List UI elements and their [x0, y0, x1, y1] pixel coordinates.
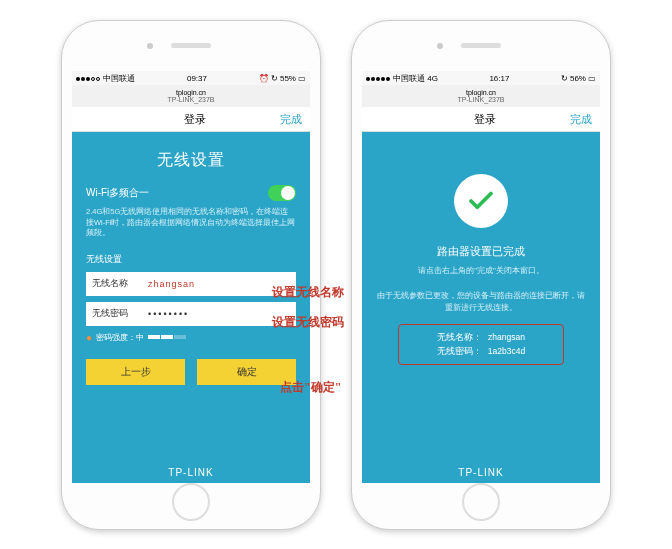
url-ssid: TP-LINK_237B [457, 96, 504, 103]
home-button[interactable] [172, 483, 210, 521]
password-label: 无线密码 [86, 307, 144, 320]
url-host: tplogin.cn [466, 89, 496, 96]
ssid-field[interactable]: 无线名称 zhangsan [86, 272, 296, 296]
info-password-label: 无线密码： [437, 345, 482, 359]
battery-icon: ▭ [588, 74, 596, 83]
orientation-lock-icon: ↻ [271, 74, 278, 83]
url-ssid: TP-LINK_237B [167, 96, 214, 103]
browser-url-bar[interactable]: tplogin.cn TP-LINK_237B [362, 85, 600, 107]
page-nav-bar: 登录 完成 [72, 107, 310, 132]
toggle-label: Wi-Fi多频合一 [86, 186, 149, 200]
brand-logo: TP-LINK [362, 467, 600, 478]
success-subtitle: 请点击右上角的"完成"关闭本窗口。 [376, 265, 586, 276]
signal-dots-icon [366, 74, 391, 83]
browser-url-bar[interactable]: tplogin.cn TP-LINK_237B [72, 85, 310, 107]
success-title: 路由器设置已完成 [376, 244, 586, 259]
annotation-password: 设置无线密码 [272, 314, 344, 331]
phone-speaker [171, 43, 211, 48]
content-area: 路由器设置已完成 请点击右上角的"完成"关闭本窗口。 由于无线参数已更改，您的设… [362, 132, 600, 483]
multiband-toggle-row: Wi-Fi多频合一 [86, 185, 296, 201]
page-nav-bar: 登录 完成 [362, 107, 600, 132]
page-nav-title: 登录 [110, 112, 280, 127]
password-field[interactable]: 无线密码 •••••••• [86, 302, 296, 326]
battery-icon: ▭ [298, 74, 306, 83]
brand-logo: TP-LINK [72, 467, 310, 478]
page-title: 无线设置 [86, 150, 296, 171]
battery-label: 55% [280, 74, 296, 83]
orientation-lock-icon: ↻ [561, 74, 568, 83]
info-ssid-label: 无线名称： [437, 331, 482, 345]
content-area: 无线设置 Wi-Fi多频合一 2.4G和5G无线网络使用相同的无线名称和密码，在… [72, 132, 310, 483]
screen-right: 中国联通 4G 16:17 ↻ 56% ▭ tplogin.cn TP-LINK… [362, 71, 600, 483]
button-row: 上一步 确定 [86, 359, 296, 385]
phone-left: 中国联通 09:37 ⏰ ↻ 55% ▭ tplogin.cn TP-LINK_… [61, 20, 321, 530]
carrier-label: 中国联通 [103, 73, 135, 84]
credentials-box: 无线名称： zhangsan 无线密码： 1a2b3c4d [398, 324, 564, 365]
screen-left: 中国联通 09:37 ⏰ ↻ 55% ▭ tplogin.cn TP-LINK_… [72, 71, 310, 483]
warning-icon: ● [86, 332, 92, 343]
status-bar: 中国联通 4G 16:17 ↻ 56% ▭ [362, 71, 600, 85]
phone-speaker [461, 43, 501, 48]
annotation-ok: 点击"确定" [280, 379, 341, 396]
status-bar: 中国联通 09:37 ⏰ ↻ 55% ▭ [72, 71, 310, 85]
home-button[interactable] [462, 483, 500, 521]
strength-label: 密码强度：中 [96, 332, 144, 343]
multiband-toggle[interactable] [268, 185, 296, 201]
url-host: tplogin.cn [176, 89, 206, 96]
annotation-ssid: 设置无线名称 [272, 284, 344, 301]
prev-button[interactable]: 上一步 [86, 359, 185, 385]
phone-camera [147, 43, 153, 49]
signal-dots-icon [76, 74, 101, 83]
password-strength: ● 密码强度：中 [86, 332, 296, 343]
alarm-icon: ⏰ [259, 74, 269, 83]
wireless-section-label: 无线设置 [86, 253, 296, 266]
phone-camera [437, 43, 443, 49]
info-ssid-value: zhangsan [488, 331, 525, 345]
done-link[interactable]: 完成 [570, 112, 592, 127]
strength-bars-icon [148, 335, 186, 339]
ssid-label: 无线名称 [86, 277, 144, 290]
success-check-icon [454, 174, 508, 228]
clock: 16:17 [489, 74, 509, 83]
info-password-value: 1a2b3c4d [488, 345, 525, 359]
done-link[interactable]: 完成 [280, 112, 302, 127]
page-nav-title: 登录 [400, 112, 570, 127]
phone-right: 中国联通 4G 16:17 ↻ 56% ▭ tplogin.cn TP-LINK… [351, 20, 611, 530]
carrier-label: 中国联通 4G [393, 73, 438, 84]
battery-label: 56% [570, 74, 586, 83]
reconnect-note: 由于无线参数已更改，您的设备与路由器的连接已断开，请重新进行无线连接。 [376, 290, 586, 314]
clock: 09:37 [187, 74, 207, 83]
multiband-description: 2.4G和5G无线网络使用相同的无线名称和密码，在终端连接Wi-Fi时，路由器会… [86, 207, 296, 239]
